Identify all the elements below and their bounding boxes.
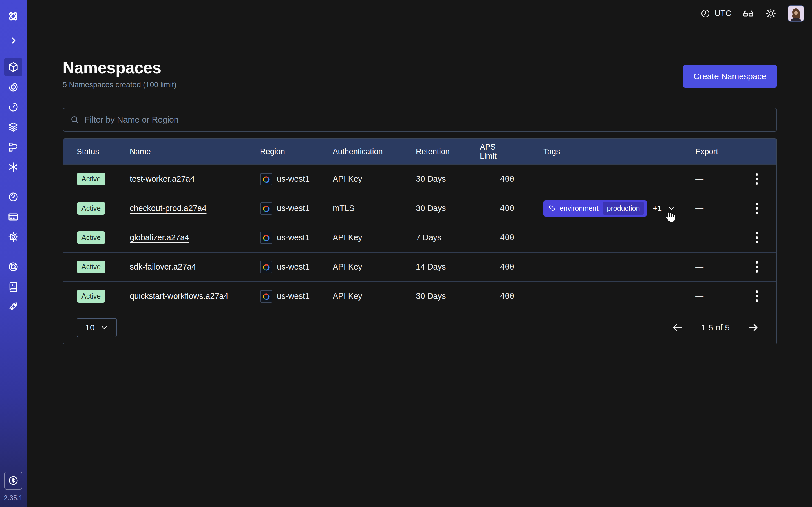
column-header-aps-limit[interactable]: APS Limit bbox=[480, 143, 543, 161]
region-cell: us-west1 bbox=[260, 231, 333, 244]
retention-cell: 30 Days bbox=[416, 291, 480, 301]
pricing-button[interactable] bbox=[4, 471, 22, 490]
sidebar-item-nexus[interactable] bbox=[4, 158, 22, 176]
filter-bar bbox=[63, 108, 777, 131]
status-badge: Active bbox=[77, 261, 105, 273]
retention-cell: 30 Days bbox=[416, 174, 480, 184]
kebab-menu-button[interactable] bbox=[753, 171, 760, 187]
content-area: Namespaces 5 Namespaces created (100 lim… bbox=[27, 27, 812, 344]
gcp-cloud-icon bbox=[260, 290, 272, 302]
kebab-menu-button[interactable] bbox=[753, 200, 760, 216]
sidebar-item-usage[interactable] bbox=[4, 188, 22, 206]
sidebar-item-docs[interactable] bbox=[4, 278, 22, 296]
column-header-retention[interactable]: Retention bbox=[416, 147, 480, 156]
table-row: Active quickstart-workflows.a27a4 us-wes… bbox=[63, 281, 776, 311]
name-cell: test-worker.a27a4 bbox=[130, 174, 260, 184]
sidebar-item-workflows[interactable] bbox=[4, 78, 22, 96]
nexus-asterisk-icon bbox=[8, 161, 19, 173]
name-cell: quickstart-workflows.a27a4 bbox=[130, 291, 260, 301]
sidebar-item-batch-operations[interactable] bbox=[4, 138, 22, 156]
gcp-cloud-icon bbox=[260, 173, 272, 185]
authentication-cell: API Key bbox=[333, 174, 416, 184]
name-cell: sdk-failover.a27a4 bbox=[130, 262, 260, 272]
region-cell: us-west1 bbox=[260, 261, 333, 273]
region-label: us-west1 bbox=[277, 204, 310, 213]
usage-gauge-icon bbox=[8, 191, 19, 203]
previous-page-button[interactable] bbox=[672, 322, 683, 334]
actions-cell bbox=[737, 259, 776, 275]
region-cell: us-west1 bbox=[260, 202, 333, 215]
namespace-link[interactable]: sdk-failover.a27a4 bbox=[130, 262, 196, 272]
docs-book-icon bbox=[8, 281, 19, 292]
aps-limit-cell: 400 bbox=[480, 233, 543, 242]
filter-input[interactable] bbox=[85, 115, 770, 124]
kebab-menu-button[interactable] bbox=[753, 259, 760, 275]
tag-key: environment bbox=[560, 204, 599, 212]
page-title: Namespaces bbox=[63, 58, 176, 77]
namespace-link[interactable]: checkout-prod.a27a4 bbox=[130, 204, 206, 213]
sidebar-item-billing[interactable] bbox=[4, 208, 22, 226]
authentication-cell: API Key bbox=[333, 262, 416, 272]
column-header-status[interactable]: Status bbox=[63, 147, 130, 156]
pricing-dollar-badge-icon bbox=[8, 475, 19, 486]
region-label: us-west1 bbox=[277, 233, 310, 242]
sidebar-item-deployments[interactable] bbox=[4, 118, 22, 136]
aps-limit-cell: 400 bbox=[480, 204, 543, 213]
deployments-layers-icon bbox=[8, 121, 19, 133]
authentication-cell: API Key bbox=[333, 233, 416, 242]
status-cell: Active bbox=[63, 290, 130, 302]
region-cell: us-west1 bbox=[260, 290, 333, 302]
kebab-menu-button[interactable] bbox=[753, 230, 760, 245]
theme-toggle-button[interactable] bbox=[765, 8, 776, 19]
pagination-range: 1-5 of 5 bbox=[701, 323, 730, 332]
aps-limit-cell: 400 bbox=[480, 262, 543, 272]
next-page-button[interactable] bbox=[747, 322, 759, 334]
timezone-selector[interactable]: UTC bbox=[700, 8, 731, 18]
namespace-link[interactable]: globalizer.a27a4 bbox=[130, 233, 189, 242]
region-label: us-west1 bbox=[277, 174, 310, 184]
batch-branch-icon bbox=[8, 142, 19, 153]
column-header-export[interactable]: Export bbox=[695, 147, 737, 156]
sidebar-item-support[interactable] bbox=[4, 258, 22, 276]
table-row: Active globalizer.a27a4 us-west1 API Key… bbox=[63, 223, 776, 252]
name-cell: globalizer.a27a4 bbox=[130, 233, 260, 242]
sidebar-item-schedules[interactable] bbox=[4, 98, 22, 116]
column-header-name[interactable]: Name bbox=[130, 147, 260, 156]
sidebar-item-settings[interactable] bbox=[4, 228, 22, 246]
sidebar-expand-button[interactable] bbox=[4, 32, 22, 50]
sidebar-item-namespaces[interactable] bbox=[4, 58, 22, 76]
retention-cell: 30 Days bbox=[416, 204, 480, 213]
namespace-link[interactable]: test-worker.a27a4 bbox=[130, 174, 195, 184]
column-header-region[interactable]: Region bbox=[260, 147, 333, 156]
tag-pill[interactable]: environment production bbox=[543, 200, 647, 217]
namespace-link[interactable]: quickstart-workflows.a27a4 bbox=[130, 291, 229, 301]
tag-icon bbox=[548, 205, 556, 212]
table-header-row: Status Name Region Authentication Retent… bbox=[63, 139, 776, 164]
topbar: UTC bbox=[27, 0, 812, 27]
status-badge: Active bbox=[77, 231, 105, 244]
status-cell: Active bbox=[63, 202, 130, 215]
create-namespace-button[interactable]: Create Namespace bbox=[683, 65, 777, 88]
actions-cell bbox=[737, 230, 776, 245]
workflows-spiral-icon bbox=[8, 81, 19, 93]
support-lifebuoy-icon bbox=[8, 261, 19, 272]
chevron-down-icon[interactable] bbox=[667, 204, 676, 213]
actions-cell bbox=[737, 171, 776, 187]
region-label: us-west1 bbox=[277, 262, 310, 272]
sidebar-divider bbox=[0, 182, 27, 182]
sidebar-item-getting-started[interactable] bbox=[4, 298, 22, 316]
status-cell: Active bbox=[63, 261, 130, 273]
column-header-tags[interactable]: Tags bbox=[543, 147, 695, 156]
temporal-logo[interactable] bbox=[4, 7, 22, 25]
user-avatar[interactable] bbox=[788, 5, 804, 22]
labs-toggle-button[interactable] bbox=[743, 8, 754, 19]
namespaces-table: Status Name Region Authentication Retent… bbox=[63, 138, 777, 344]
page-size-select[interactable]: 10 bbox=[77, 318, 117, 337]
namespaces-cube-icon bbox=[8, 61, 19, 73]
gcp-cloud-icon bbox=[260, 231, 272, 244]
column-header-authentication[interactable]: Authentication bbox=[333, 147, 416, 156]
settings-gear-icon bbox=[8, 231, 19, 242]
billing-card-icon bbox=[8, 211, 19, 223]
schedules-timer-icon bbox=[8, 101, 19, 113]
kebab-menu-button[interactable] bbox=[753, 288, 760, 304]
